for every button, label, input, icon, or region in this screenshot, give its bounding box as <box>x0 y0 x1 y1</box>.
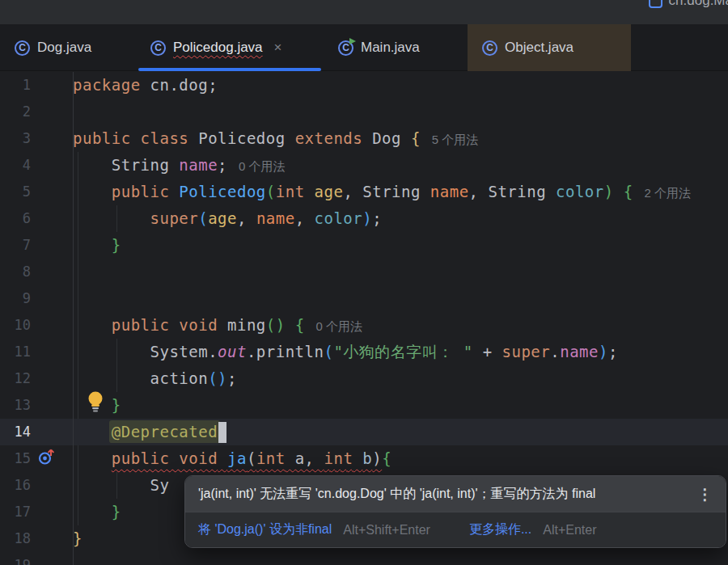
line-number[interactable]: 4 <box>0 152 31 179</box>
code-line[interactable]: super(age, name, color); <box>73 205 382 232</box>
java-class-run-icon: C <box>338 40 353 56</box>
gutter-separator <box>73 72 74 565</box>
more-actions-shortcut: Alt+Enter <box>543 523 596 538</box>
code-line[interactable]: action(); <box>73 365 237 392</box>
code-line[interactable]: Sy <box>73 472 169 499</box>
java-class-icon: C <box>482 40 497 56</box>
quick-fix-link[interactable]: 将 'Dog.ja()' 设为非final <box>198 521 332 538</box>
editor-line: 14 @Deprecated <box>0 419 728 445</box>
editor-line: 10 public void ming() {0 个用法 <box>0 312 728 339</box>
tab-label: Policedog.java <box>173 40 263 56</box>
java-class-icon: C <box>15 40 30 56</box>
editor-line: 6 super(age, name, color); <box>0 205 728 232</box>
editor-line: 11 System.out.println("小狗的名字叫： " + super… <box>0 339 728 365</box>
intention-bulb-icon[interactable] <box>86 390 105 414</box>
line-number[interactable]: 9 <box>0 285 31 312</box>
editor-line: 3public class Policedog extends Dog {5 个… <box>0 125 728 152</box>
code-line[interactable]: public void ja(int a, int b){ <box>73 445 392 472</box>
java-class-icon: C <box>150 40 166 56</box>
editor-line: 15 public void ja(int a, int b){ <box>0 445 728 472</box>
line-number[interactable]: 10 <box>0 312 31 339</box>
editor-line: 7 } <box>0 232 728 259</box>
tab-close-icon[interactable]: × <box>274 40 282 56</box>
override-marker-icon[interactable] <box>37 447 57 466</box>
editor-line: 4 String name;0 个用法 <box>0 152 728 179</box>
inlay-hint-usages[interactable]: 0 个用法 <box>239 159 286 173</box>
editor-line: 2 <box>0 99 728 125</box>
inlay-hint-usages[interactable]: 2 个用法 <box>645 186 692 200</box>
editor-line: 19 <box>0 552 728 565</box>
code-line[interactable]: } <box>73 525 83 552</box>
editor-line: 5 public Policedog(int age, String name,… <box>0 179 728 205</box>
line-number[interactable]: 17 <box>0 499 31 525</box>
run-config-icon <box>649 0 662 8</box>
tab-bar: CDog.javaCPolicedog.java×CMain.javaCObje… <box>0 24 728 71</box>
code-line[interactable]: public void ming() {0 个用法 <box>73 312 362 339</box>
line-number[interactable]: 13 <box>0 392 31 419</box>
code-line[interactable]: public class Policedog extends Dog {5 个用… <box>73 125 478 152</box>
line-number[interactable]: 12 <box>0 365 31 392</box>
tab-label: Dog.java <box>37 40 91 56</box>
inlay-hint-usages[interactable]: 0 个用法 <box>316 319 363 333</box>
run-config-label: cn.dog.Ma <box>669 0 728 9</box>
tab-main-java[interactable]: CMain.java <box>324 24 468 71</box>
editor-line: 9 <box>0 285 728 312</box>
code-line[interactable]: } <box>73 232 121 259</box>
line-number[interactable]: 2 <box>0 99 31 125</box>
tooltip-message: 'ja(int, int)' 无法重写 'cn.dog.Dog' 中的 'ja(… <box>198 486 595 503</box>
editor-line: 1package cn.dog; <box>0 72 728 99</box>
editor-line: 12 action(); <box>0 365 728 392</box>
tab-object-java[interactable]: CObject.java <box>468 24 631 71</box>
code-line[interactable]: @Deprecated <box>73 419 226 445</box>
line-number[interactable]: 16 <box>0 472 31 499</box>
line-number[interactable]: 8 <box>0 259 31 285</box>
code-line[interactable]: package cn.dog; <box>73 72 218 99</box>
code-line[interactable]: System.out.println("小狗的名字叫： " + super.na… <box>73 339 618 365</box>
line-number[interactable]: 18 <box>0 525 31 552</box>
more-actions-link[interactable]: 更多操作... <box>469 521 531 538</box>
line-number[interactable]: 7 <box>0 232 31 259</box>
tab-policedog-java[interactable]: CPolicedog.java× <box>136 24 324 71</box>
code-line[interactable]: public Policedog(int age, String name, S… <box>73 179 691 205</box>
tab-label: Main.java <box>361 40 420 56</box>
editor-line: 13 } <box>0 392 728 419</box>
line-number[interactable]: 3 <box>0 125 31 152</box>
inlay-hint-usages[interactable]: 5 个用法 <box>432 133 479 146</box>
line-number[interactable]: 14 <box>0 419 31 445</box>
error-tooltip: 'ja(int, int)' 无法重写 'cn.dog.Dog' 中的 'ja(… <box>184 475 726 548</box>
line-number[interactable]: 19 <box>0 552 31 565</box>
tab-dog-java[interactable]: CDog.java <box>0 24 136 71</box>
run-config-widget[interactable]: cn.dog.Ma <box>649 0 728 9</box>
code-line[interactable]: } <box>73 499 121 525</box>
line-number[interactable]: 6 <box>0 205 31 232</box>
tab-label: Object.java <box>505 40 574 56</box>
editor-line: 8 <box>0 259 728 285</box>
toolbar: cn.dog.Ma <box>0 0 728 24</box>
line-number[interactable]: 11 <box>0 339 31 365</box>
quick-fix-shortcut: Alt+Shift+Enter <box>343 523 430 538</box>
line-number[interactable]: 5 <box>0 179 31 205</box>
error-squiggle-span: public void ja(int a, int b) <box>112 449 382 467</box>
text-caret <box>218 422 226 443</box>
kebab-menu-icon[interactable]: ⋮ <box>697 485 713 504</box>
line-number[interactable]: 1 <box>0 72 31 99</box>
code-line[interactable]: String name;0 个用法 <box>73 152 286 179</box>
run-overlay-icon <box>349 38 356 44</box>
line-number[interactable]: 15 <box>0 445 31 472</box>
